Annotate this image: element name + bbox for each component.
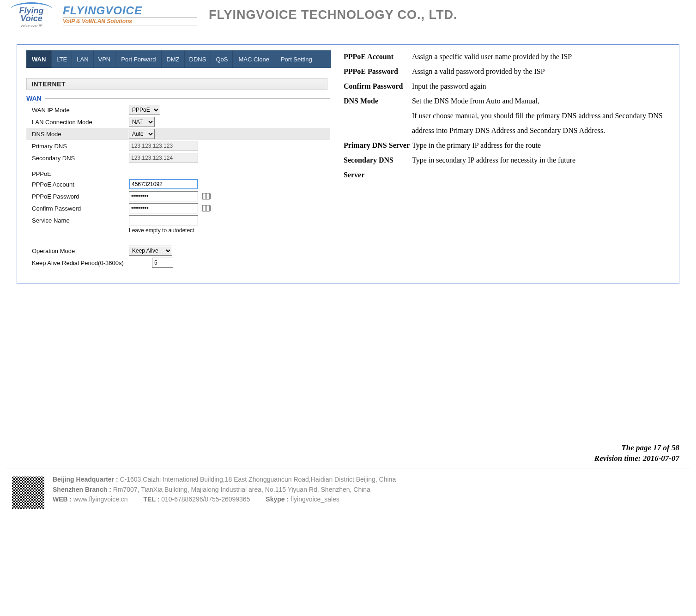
desc-text: Set the DNS Mode from Auto and Manual, I… xyxy=(412,94,674,138)
page-footer-meta: The page 17 of 58 Revision time: 2016-07… xyxy=(0,441,696,466)
dns-mode-select[interactable]: Auto xyxy=(129,129,155,139)
lan-conn-mode-select[interactable]: NAT xyxy=(129,117,155,127)
section-header-internet: INTERNET xyxy=(26,78,327,90)
revision-time: Revision time: 2016-07-07 xyxy=(0,453,679,464)
tab-dmz[interactable]: DMZ xyxy=(162,50,184,68)
page-header: Flying Voice Voice over IP FLYINGVOICE V… xyxy=(0,0,696,31)
web-label: WEB : xyxy=(53,495,72,503)
footer-divider xyxy=(5,469,691,469)
branch-address: Rm7007, TianXia Building, Majialong Indu… xyxy=(113,486,370,493)
keyboard-icon[interactable] xyxy=(202,205,211,211)
keyboard-icon[interactable] xyxy=(202,193,211,199)
tel-label: TEL : xyxy=(144,495,160,503)
desc-label: DNS Mode xyxy=(344,94,412,138)
primary-dns-input[interactable] xyxy=(129,141,198,151)
tab-port-setting[interactable]: Port Setting xyxy=(275,50,318,68)
desc-text: Assign a valid password provided by the … xyxy=(412,64,674,79)
secondary-dns-input[interactable] xyxy=(129,153,198,163)
desc-label: PPPoE Password xyxy=(344,64,412,79)
tel-value: 010-67886296/0755-26099365 xyxy=(161,495,250,503)
pppoe-subheader: PPPoE xyxy=(26,170,330,177)
tab-ddns[interactable]: DDNS xyxy=(185,50,212,68)
pppoe-account-input[interactable] xyxy=(129,179,198,189)
skype-value: flyingvoice_sales xyxy=(291,495,339,503)
service-name-label: Service Name xyxy=(32,217,129,224)
operation-mode-label: Operation Mode xyxy=(32,248,129,254)
confirm-password-label: Confirm Password xyxy=(32,205,129,212)
hq-label: Beijing Headquarter : xyxy=(53,476,118,483)
contact-lines: Beijing Headquarter : C-1603,Caizhi Inte… xyxy=(53,474,691,505)
keep-alive-label: Keep Alive Redial Period(0-3600s) xyxy=(32,260,152,266)
tab-port-forward[interactable]: Port Forward xyxy=(115,50,162,68)
divider xyxy=(45,98,330,99)
skype-label: Skype : xyxy=(266,495,289,503)
desc-text: Input the password again xyxy=(412,79,674,94)
tab-lan[interactable]: LAN xyxy=(72,50,93,68)
tab-lte[interactable]: LTE xyxy=(52,50,72,68)
secondary-dns-label: Secondary DNS xyxy=(32,155,129,162)
pppoe-password-label: PPPoE Password xyxy=(32,193,129,200)
logo-flyingvoice-small: Flying Voice Voice over IP xyxy=(4,2,59,28)
desc-text: Assign a specific valid user name provid… xyxy=(412,49,674,64)
desc-text: Type in the primary IP address for the r… xyxy=(412,138,674,153)
tab-qos[interactable]: QoS xyxy=(211,50,233,68)
content-box: WAN LTE LAN VPN Port Forward DMZ DDNS Qo… xyxy=(17,44,679,284)
desc-label: Confirm Password xyxy=(344,79,412,94)
tab-mac-clone[interactable]: MAC Clone xyxy=(233,50,275,68)
desc-label: Secondary DNS Server xyxy=(344,153,412,182)
wan-section-title: WAN xyxy=(26,95,42,102)
pppoe-password-input[interactable] xyxy=(129,191,198,201)
field-descriptions: PPPoE Account Assign a specific valid us… xyxy=(338,45,679,284)
page-number: The page 17 of 58 xyxy=(0,443,679,453)
desc-text: Type in secondary IP address for necessi… xyxy=(412,153,674,182)
logo1-bot: Voice xyxy=(20,14,42,24)
web-value: www.flyingvoice.cn xyxy=(73,495,128,503)
tab-vpn[interactable]: VPN xyxy=(94,50,116,68)
logo2-top: FLYINGVOICE xyxy=(63,4,197,17)
desc-label: PPPoE Account xyxy=(344,49,412,64)
tab-wan[interactable]: WAN xyxy=(26,50,52,68)
logo-flyingvoice-wide: FLYINGVOICE VoIP & VoWLAN Solutions xyxy=(63,4,197,26)
qr-code-icon xyxy=(9,474,47,512)
wan-ip-mode-select[interactable]: PPPoE xyxy=(129,105,160,115)
operation-mode-select[interactable]: Keep Alive xyxy=(129,246,172,256)
service-name-hint: Leave empty to autodetect xyxy=(129,227,330,234)
service-name-input[interactable] xyxy=(129,215,198,225)
nav-tabs: WAN LTE LAN VPN Port Forward DMZ DDNS Qo… xyxy=(26,50,331,68)
pppoe-account-label: PPPoE Account xyxy=(32,181,129,188)
router-ui-screenshot: WAN LTE LAN VPN Port Forward DMZ DDNS Qo… xyxy=(17,45,338,284)
logo2-bot: VoIP & VoWLAN Solutions xyxy=(63,17,197,25)
wan-ip-mode-label: WAN IP Mode xyxy=(32,107,129,114)
keep-alive-input[interactable] xyxy=(152,258,173,268)
logo1-sub: Voice over IP xyxy=(20,24,42,28)
primary-dns-label: Primary DNS xyxy=(32,143,129,150)
footer-contact: Beijing Headquarter : C-1603,Caizhi Inte… xyxy=(0,473,696,521)
desc-label: Primary DNS Server xyxy=(344,138,412,153)
confirm-password-input[interactable] xyxy=(129,203,198,213)
lan-conn-mode-label: LAN Connection Mode xyxy=(32,119,129,126)
dns-mode-label: DNS Mode xyxy=(32,131,129,138)
branch-label: Shenzhen Branch : xyxy=(53,486,111,493)
hq-address: C-1603,Caizhi International Building,18 … xyxy=(120,476,396,483)
company-title: FLYINGVOICE TECHNOLOGY CO., LTD. xyxy=(200,8,691,22)
